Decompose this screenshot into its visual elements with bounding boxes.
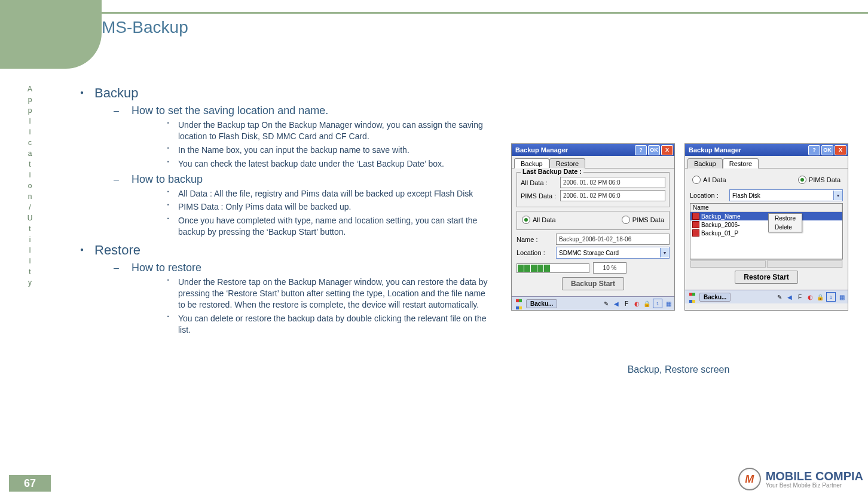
tab-backup[interactable]: Backup <box>514 158 549 168</box>
close-button[interactable]: X <box>835 145 846 155</box>
titlebar: Backup Manager ? OK X <box>685 144 848 156</box>
radio-all-data[interactable]: All Data <box>522 216 556 224</box>
radio-dot-icon <box>692 176 701 184</box>
tray-icon[interactable]: ✎ <box>602 299 610 308</box>
radio-dot-icon <box>622 216 630 224</box>
type-group: All Data PIMS Data <box>516 211 670 230</box>
start-icon[interactable] <box>687 292 698 302</box>
file-name: Backup_Name <box>701 213 741 220</box>
side-label: Application/Utility <box>9 84 51 288</box>
context-menu: Restore Delete <box>768 213 802 232</box>
radio-label: All Data <box>703 176 726 183</box>
group-legend: Last Backup Date : <box>521 168 583 175</box>
bullet: In the Name box, you can input the backu… <box>167 145 490 156</box>
tray-icon[interactable]: ▦ <box>838 293 846 301</box>
heading-restore: Restore <box>94 243 490 258</box>
close-button[interactable]: X <box>661 145 673 155</box>
brand-logo: M MOBILE COMPIA Your Best Mobile Biz Par… <box>738 468 863 490</box>
tray-icon[interactable]: ◀ <box>612 299 621 308</box>
name-input[interactable]: Backup_2006-01-02_18-06 <box>556 234 670 245</box>
tray-icon[interactable]: 1 <box>826 292 836 302</box>
tray-icon[interactable]: 🔒 <box>643 299 651 308</box>
tray-icon[interactable]: F <box>796 293 804 301</box>
logo-mark-icon: M <box>738 468 761 490</box>
file-icon <box>692 229 699 237</box>
radio-label: All Data <box>533 216 556 223</box>
screenshot-caption: Backup, Restore screen <box>511 364 846 375</box>
bullet: You can check the latest backup date und… <box>167 158 490 170</box>
page-number: 67 <box>9 475 51 492</box>
tab-backup[interactable]: Backup <box>687 158 723 168</box>
context-menu-delete[interactable]: Delete <box>769 223 802 232</box>
scroll-segment <box>767 260 842 268</box>
tray-icon[interactable]: ▦ <box>664 299 673 308</box>
system-tray: ✎ ◀ F ◐ 🔒 1 ▦ <box>602 299 673 308</box>
file-name: Backup_01_P <box>701 230 738 237</box>
list-item[interactable]: Backup_2006- <box>690 220 842 229</box>
radio-pims-data[interactable]: PIMS Data <box>798 176 841 184</box>
task-button[interactable]: Backu... <box>526 299 557 308</box>
task-button[interactable]: Backu... <box>699 293 731 302</box>
tab-restore[interactable]: Restore <box>549 158 586 168</box>
bullet: Under the Backup tap On the Backup Manag… <box>167 119 490 142</box>
radio-dot-on-icon <box>798 176 806 184</box>
all-data-date-label: All Data : <box>521 179 557 186</box>
restore-start-button[interactable]: Restore Start <box>735 271 797 284</box>
scroll-area[interactable] <box>690 259 843 268</box>
progress-percent: 10 % <box>593 262 626 274</box>
content: Backup How to set the saving location an… <box>78 81 490 339</box>
file-icon <box>692 221 699 228</box>
titlebar: Backup Manager ? OK X <box>512 144 674 156</box>
subheading-how-backup: How to backup <box>132 173 490 186</box>
tray-icon[interactable]: F <box>622 299 631 308</box>
bullet: Once you have completed with type, name … <box>167 215 490 238</box>
window-title: Backup Manager <box>513 146 568 154</box>
tray-icon[interactable]: ◀ <box>786 293 794 301</box>
start-icon[interactable] <box>514 299 524 308</box>
column-header-name[interactable]: Name <box>690 204 842 211</box>
tab-restore[interactable]: Restore <box>723 158 759 168</box>
window-title: Backup Manager <box>686 146 741 154</box>
radio-pims-data[interactable]: PIMS Data <box>622 216 664 224</box>
heading-backup: Backup <box>94 85 490 101</box>
file-list[interactable]: Name Backup_Name Backup_2006- Backup_01_… <box>690 203 843 259</box>
tray-icon[interactable]: 🔒 <box>816 293 824 301</box>
screenshots: Backup Manager ? OK X Backup Restore Las… <box>511 143 848 311</box>
taskbar: Backu... ✎ ◀ F ◐ 🔒 1 ▦ <box>512 296 674 310</box>
list-item[interactable]: Backup_Name <box>690 212 842 220</box>
subheading-how-restore: How to restore <box>132 262 490 274</box>
tab-bar: Backup Restore <box>685 156 848 168</box>
help-button[interactable]: ? <box>635 145 647 155</box>
all-data-date-value: 2006. 01. 02 PM 06:0 <box>560 177 665 188</box>
combo-value: Flash Disk <box>732 192 760 199</box>
tab-bar: Backup Restore <box>512 156 674 168</box>
tray-icon[interactable]: ◐ <box>632 299 641 308</box>
tray-icon[interactable]: 1 <box>653 299 662 308</box>
location-label: Location : <box>516 249 552 256</box>
page-title: MS-Backup <box>102 18 188 37</box>
subheading-saving-location: How to set the saving location and name. <box>132 105 490 117</box>
bullet: You can delete or restore the backup dat… <box>167 313 490 336</box>
pims-data-date-value: 2006. 01. 02 PM 06:0 <box>560 190 665 201</box>
location-combo[interactable]: Flash Disk ▾ <box>729 189 843 201</box>
chevron-down-icon: ▾ <box>660 248 669 257</box>
radio-label: PIMS Data <box>809 176 841 183</box>
tray-icon[interactable]: ◐ <box>806 293 814 301</box>
bullet: All Data : All the file, registry and Pi… <box>167 188 490 200</box>
tray-icon[interactable]: ✎ <box>775 293 784 301</box>
backup-start-button[interactable]: Backup Start <box>562 277 624 290</box>
last-backup-date-group: Last Backup Date : All Data : 2006. 01. … <box>516 172 670 207</box>
name-label: Name : <box>516 236 552 243</box>
ok-button[interactable]: OK <box>648 145 660 155</box>
list-item[interactable]: Backup_01_P <box>690 229 842 237</box>
ok-button[interactable]: OK <box>821 145 833 155</box>
location-combo[interactable]: SDMMC Storage Card ▾ <box>556 247 670 259</box>
brand-tagline: Your Best Mobile Biz Partner <box>766 482 863 489</box>
file-icon <box>692 213 699 220</box>
context-menu-restore[interactable]: Restore <box>769 214 802 223</box>
help-button[interactable]: ? <box>808 145 820 155</box>
radio-dot-on-icon <box>522 216 530 224</box>
scroll-segment <box>690 260 766 268</box>
radio-all-data[interactable]: All Data <box>692 176 726 184</box>
brand-name: MOBILE COMPIA <box>766 470 863 483</box>
